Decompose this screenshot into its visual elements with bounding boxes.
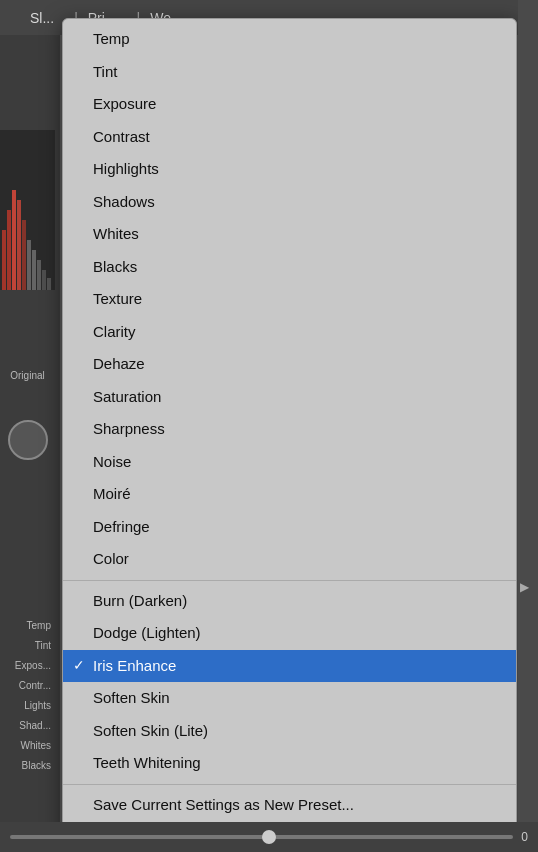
histogram <box>0 130 55 290</box>
menu-item-exposure[interactable]: Exposure <box>63 88 516 121</box>
menu-item-highlights[interactable]: Highlights <box>63 153 516 186</box>
original-label: Original <box>0 370 55 381</box>
menu-item-tint[interactable]: Tint <box>63 56 516 89</box>
right-edge: ▶ <box>518 0 538 852</box>
menu-item-texture[interactable]: Texture <box>63 283 516 316</box>
svg-rect-7 <box>37 260 41 290</box>
menu-item-moire[interactable]: Moiré <box>63 478 516 511</box>
menu-item-teeth-whitening[interactable]: Teeth Whitening <box>63 747 516 780</box>
menu-item-shadows[interactable]: Shadows <box>63 186 516 219</box>
menu-item-save-preset[interactable]: Save Current Settings as New Preset... <box>63 789 516 822</box>
svg-rect-8 <box>42 270 46 290</box>
svg-rect-1 <box>7 210 11 290</box>
dropdown-menu: Temp Tint Exposure Contrast Highlights S… <box>62 18 517 852</box>
menu-item-blacks[interactable]: Blacks <box>63 251 516 284</box>
menu-item-burn[interactable]: Burn (Darken) <box>63 585 516 618</box>
label-shadows: Shad... <box>0 720 55 731</box>
svg-rect-2 <box>12 190 16 290</box>
menu-item-defringe[interactable]: Defringe <box>63 511 516 544</box>
menu-item-clarity[interactable]: Clarity <box>63 316 516 349</box>
label-temp: Temp <box>0 620 55 631</box>
bottom-bar: 0 <box>0 822 538 852</box>
slider-thumb[interactable] <box>262 830 276 844</box>
tab-slides[interactable]: Sl... <box>30 10 54 26</box>
label-tint: Tint <box>0 640 55 651</box>
menu-item-noise[interactable]: Noise <box>63 446 516 479</box>
menu-item-temp[interactable]: Temp <box>63 23 516 56</box>
svg-rect-0 <box>2 230 6 290</box>
menu-section-adjustments: Temp Tint Exposure Contrast Highlights S… <box>63 19 516 580</box>
menu-item-iris-enhance[interactable]: ✓ Iris Enhance <box>63 650 516 683</box>
label-blacks: Blacks <box>0 760 55 771</box>
label-highlights: Lights <box>0 700 55 711</box>
menu-item-soften-skin[interactable]: Soften Skin <box>63 682 516 715</box>
circle-element <box>8 420 48 460</box>
label-whites: Whites <box>0 740 55 751</box>
menu-item-contrast[interactable]: Contrast <box>63 121 516 154</box>
slider-track[interactable] <box>10 835 513 839</box>
menu-item-dehaze[interactable]: Dehaze <box>63 348 516 381</box>
left-sidebar: Temp Tint Expos... Contr... Lights Shad.… <box>0 0 60 852</box>
menu-item-dodge[interactable]: Dodge (Lighten) <box>63 617 516 650</box>
menu-item-color[interactable]: Color <box>63 543 516 576</box>
menu-item-saturation[interactable]: Saturation <box>63 381 516 414</box>
svg-rect-5 <box>27 240 31 290</box>
svg-rect-4 <box>22 220 26 290</box>
svg-rect-6 <box>32 250 36 290</box>
right-arrow-icon[interactable]: ▶ <box>520 580 529 594</box>
svg-rect-3 <box>17 200 21 290</box>
menu-item-sharpness[interactable]: Sharpness <box>63 413 516 446</box>
label-contrast: Contr... <box>0 680 55 691</box>
label-exposure: Expos... <box>0 660 55 671</box>
menu-item-whites[interactable]: Whites <box>63 218 516 251</box>
menu-item-soften-skin-lite[interactable]: Soften Skin (Lite) <box>63 715 516 748</box>
menu-section-presets: Burn (Darken) Dodge (Lighten) ✓ Iris Enh… <box>63 580 516 784</box>
svg-rect-9 <box>47 278 51 290</box>
slider-value: 0 <box>521 830 528 844</box>
checkmark-icon: ✓ <box>73 655 85 676</box>
